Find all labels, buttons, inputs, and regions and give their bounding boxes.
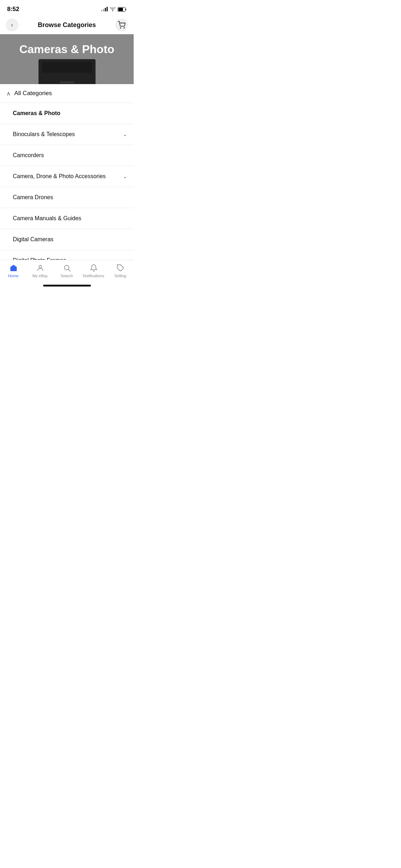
svg-point-3 bbox=[124, 27, 124, 28]
chevron-down-icon: ⌄ bbox=[123, 174, 127, 179]
person-icon bbox=[36, 264, 45, 272]
nav-item-search[interactable]: Search bbox=[56, 264, 78, 278]
nav-label-myebay: My eBay bbox=[32, 274, 48, 278]
nav-item-notifications[interactable]: Notifications bbox=[83, 264, 104, 278]
category-name: Camera, Drone & Photo Accessories bbox=[13, 173, 106, 180]
nav-item-home[interactable]: Home bbox=[3, 264, 24, 278]
category-name: Digital Cameras bbox=[13, 236, 53, 243]
category-item[interactable]: Digital Cameras bbox=[0, 229, 134, 250]
category-name: Camera Manuals & Guides bbox=[13, 215, 81, 222]
status-bar: 8:52 bbox=[0, 0, 134, 16]
nav-label-selling: Selling bbox=[114, 274, 126, 278]
category-name: Camera Drones bbox=[13, 194, 53, 201]
search-icon bbox=[63, 264, 71, 272]
cart-icon bbox=[118, 21, 125, 29]
page-title: Browse Categories bbox=[38, 21, 96, 29]
chevron-up-icon: ∧ bbox=[6, 90, 11, 97]
nav-label-search: Search bbox=[61, 274, 73, 278]
hero-title: Cameras & Photo bbox=[19, 43, 114, 56]
nav-item-selling[interactable]: Selling bbox=[110, 264, 131, 278]
hero-banner: Cameras & Photo bbox=[0, 34, 134, 84]
svg-point-4 bbox=[39, 265, 41, 268]
category-item[interactable]: Camera Manuals & Guides bbox=[0, 208, 134, 229]
svg-point-2 bbox=[120, 27, 121, 28]
home-indicator bbox=[43, 285, 91, 286]
wifi-icon bbox=[110, 7, 115, 11]
chevron-down-icon: ⌄ bbox=[123, 131, 127, 137]
category-item[interactable]: Binoculars & Telescopes⌄ bbox=[0, 124, 134, 145]
back-button[interactable]: ‹ bbox=[6, 19, 19, 31]
signal-bars-icon bbox=[101, 7, 108, 11]
category-name: Binoculars & Telescopes bbox=[13, 131, 75, 138]
category-item[interactable]: Cameras & Photo bbox=[0, 103, 134, 124]
battery-icon bbox=[118, 7, 127, 12]
nav-label-notifications: Notifications bbox=[83, 274, 104, 278]
svg-line-6 bbox=[68, 269, 70, 271]
category-name: Camcorders bbox=[13, 152, 44, 159]
category-item[interactable]: Camcorders bbox=[0, 145, 134, 166]
cart-button[interactable] bbox=[115, 19, 128, 31]
bell-icon bbox=[89, 264, 98, 272]
chevron-left-icon: ‹ bbox=[11, 22, 13, 28]
all-categories-label: All Categories bbox=[14, 90, 52, 97]
svg-rect-1 bbox=[118, 8, 123, 11]
hero-product-image bbox=[38, 59, 96, 84]
tag-icon bbox=[116, 264, 125, 272]
home-icon bbox=[9, 264, 18, 272]
header: ‹ Browse Categories bbox=[0, 16, 134, 34]
nav-item-myebay[interactable]: My eBay bbox=[30, 264, 51, 278]
status-time: 8:52 bbox=[7, 6, 19, 13]
status-icons bbox=[101, 7, 127, 12]
category-item[interactable]: Camera Drones bbox=[0, 187, 134, 208]
nav-label-home: Home bbox=[8, 274, 19, 278]
category-item[interactable]: Camera, Drone & Photo Accessories⌄ bbox=[0, 166, 134, 187]
all-categories-row[interactable]: ∧ All Categories bbox=[0, 84, 134, 103]
category-name: Cameras & Photo bbox=[13, 110, 60, 117]
